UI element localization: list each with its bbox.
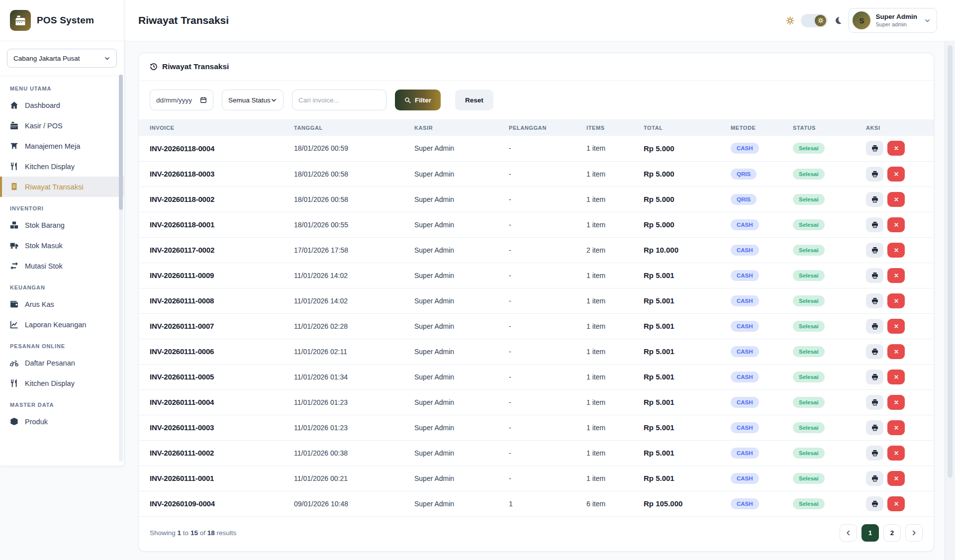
next-page-button[interactable] <box>905 524 923 542</box>
chevron-down-icon <box>104 55 110 62</box>
sidebar-item-laporan-keuangan[interactable]: Laporan Keuangan <box>0 314 124 335</box>
print-button[interactable] <box>866 293 883 308</box>
sidebar-section-items: Produk <box>0 411 124 432</box>
delete-button[interactable] <box>887 420 905 435</box>
cell-invoice: INV-20260118-0002 <box>139 187 284 212</box>
cell-items: 6 item <box>576 491 634 516</box>
sidebar-item-kasir-pos[interactable]: Kasir / POS <box>0 115 124 136</box>
print-icon <box>871 475 878 482</box>
sidebar-section: KEUANGAN Arus Kas Laporan Keuangan <box>0 284 124 335</box>
column-header-metode: METODE <box>721 119 783 136</box>
cell-items: 1 item <box>576 161 634 187</box>
utensils-icon <box>10 162 18 171</box>
cell-pelanggan: - <box>499 288 576 313</box>
page-button-1[interactable]: 1 <box>861 524 879 542</box>
sidebar-item-stok-masuk[interactable]: Stok Masuk <box>0 235 124 256</box>
branch-select-value: Cabang Jakarta Pusat <box>13 55 80 62</box>
avatar: S <box>853 11 870 29</box>
table-row: INV-20260109-0004 09/01/2026 10:48 Super… <box>139 491 934 516</box>
print-button[interactable] <box>866 471 883 486</box>
sidebar-item-label: Kasir / POS <box>25 122 63 130</box>
print-button[interactable] <box>866 420 883 435</box>
pagination: 12 <box>840 524 923 542</box>
cell-kasir: Super Admin <box>404 440 499 466</box>
cell-tanggal: 09/01/2026 10:48 <box>284 491 404 516</box>
cell-items: 1 item <box>576 440 634 466</box>
delete-button[interactable] <box>887 471 905 486</box>
method-badge: CASH <box>731 270 759 281</box>
reset-button[interactable]: Reset <box>455 90 493 110</box>
table-row: INV-20260118-0004 18/01/2026 00:59 Super… <box>139 136 934 161</box>
print-icon <box>871 171 878 178</box>
user-menu[interactable]: S Super Admin Super admin <box>849 8 937 33</box>
print-button[interactable] <box>866 141 883 156</box>
print-button[interactable] <box>866 243 883 258</box>
prev-page-button[interactable] <box>840 524 857 542</box>
delete-button[interactable] <box>887 217 905 232</box>
filter-button[interactable]: Filter <box>395 90 441 110</box>
delete-button[interactable] <box>887 167 905 182</box>
cell-total: Rp 5.001 <box>634 288 721 313</box>
cell-tanggal: 11/01/2026 01:23 <box>284 415 404 440</box>
sidebar-item-kitchen-display[interactable]: Kitchen Display <box>0 156 124 177</box>
table-row: INV-20260117-0002 17/01/2026 17:58 Super… <box>139 237 934 263</box>
branch-select-wrap: Cabang Jakarta Pusat <box>0 41 124 76</box>
delete-icon <box>893 501 899 507</box>
delete-button[interactable] <box>887 395 905 410</box>
print-button[interactable] <box>866 395 883 410</box>
print-button[interactable] <box>866 446 883 461</box>
print-button[interactable] <box>866 496 883 511</box>
delete-button[interactable] <box>887 446 905 461</box>
sidebar-item-kitchen-display[interactable]: Kitchen Display <box>0 373 124 393</box>
branch-select[interactable]: Cabang Jakarta Pusat <box>7 49 117 68</box>
sidebar-item-produk[interactable]: Produk <box>0 411 124 432</box>
delete-button[interactable] <box>887 243 905 258</box>
status-badge: Selesai <box>793 321 825 332</box>
exchange-icon <box>10 262 18 270</box>
delete-button[interactable] <box>887 344 905 359</box>
delete-icon <box>893 475 899 481</box>
sidebar-item-arus-kas[interactable]: Arus Kas <box>0 294 124 314</box>
status-select[interactable]: Semua Status <box>222 90 284 110</box>
print-button[interactable] <box>866 167 883 182</box>
sidebar-item-manajemen-meja[interactable]: Manajemen Meja <box>0 136 124 156</box>
sidebar-item-mutasi-stok[interactable]: Mutasi Stok <box>0 256 124 276</box>
delete-button[interactable] <box>887 496 905 511</box>
print-button[interactable] <box>866 319 883 334</box>
print-button[interactable] <box>866 344 883 359</box>
status-badge: Selesai <box>793 143 825 154</box>
print-icon <box>871 424 878 431</box>
delete-button[interactable] <box>887 192 905 207</box>
print-button[interactable] <box>866 370 883 384</box>
table-icon <box>10 142 18 150</box>
page-button-2[interactable]: 2 <box>883 524 901 542</box>
window-scrollbar-thumb[interactable] <box>948 45 953 478</box>
delete-button[interactable] <box>887 268 905 283</box>
sidebar-item-riwayat-transaksi[interactable]: Riwayat Transaksi <box>0 177 124 197</box>
delete-button[interactable] <box>887 319 905 334</box>
print-button[interactable] <box>866 268 883 283</box>
cell-pelanggan: - <box>499 466 576 491</box>
delete-button[interactable] <box>887 370 905 384</box>
delete-button[interactable] <box>887 293 905 308</box>
theme-toggle[interactable] <box>801 14 828 27</box>
cell-invoice: INV-20260111-0006 <box>139 339 284 364</box>
delete-button[interactable] <box>887 141 905 156</box>
sidebar-item-daftar-pesanan[interactable]: Daftar Pesanan <box>0 353 124 373</box>
print-button[interactable] <box>866 192 883 207</box>
sidebar-scrollbar-thumb[interactable] <box>119 75 123 210</box>
cell-kasir: Super Admin <box>404 136 499 161</box>
status-select-value: Semua Status <box>228 96 271 104</box>
cell-tanggal: 11/01/2026 00:38 <box>284 440 404 466</box>
sidebar-item-stok-barang[interactable]: Stok Barang <box>0 215 124 235</box>
sidebar-item-dashboard[interactable]: Dashboard <box>0 95 124 115</box>
sidebar-section: MASTER DATA Produk <box>0 402 124 432</box>
table-row: INV-20260111-0007 11/01/2026 02:28 Super… <box>139 313 934 339</box>
search-input[interactable] <box>292 90 386 110</box>
print-icon <box>871 323 878 330</box>
cell-invoice: INV-20260109-0004 <box>139 491 284 516</box>
date-input[interactable]: dd/mm/yyyy <box>150 90 213 110</box>
sidebar-section-label: PESANAN ONLINE <box>10 343 114 349</box>
print-button[interactable] <box>866 217 883 232</box>
history-icon <box>150 63 158 71</box>
